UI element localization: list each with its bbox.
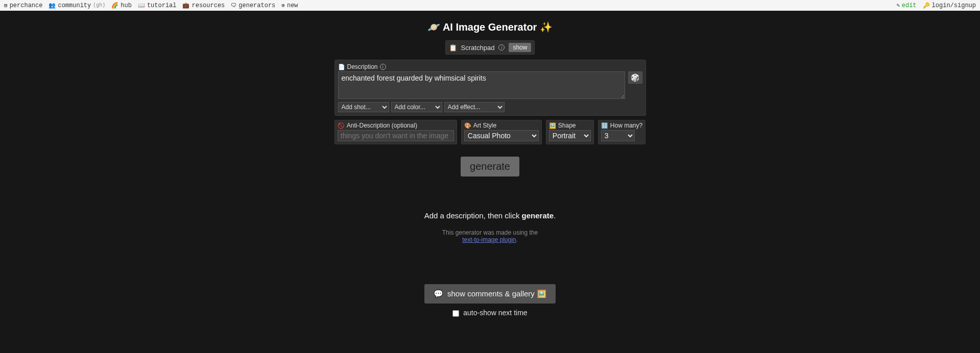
nav-hub[interactable]: 🌈hub [111,2,132,9]
chat-icon: 🗨 [231,2,236,9]
hint-text: Add a description, then click generate. [0,211,980,220]
show-comments-button[interactable]: 💬 show comments & gallery 🖼️ [424,284,556,304]
nav-perchance[interactable]: ⊞perchance [4,2,42,9]
nav-login[interactable]: 🔑login/signup [923,2,976,9]
scratchpad-label: Scratchpad [461,44,495,52]
scratchpad-show-button[interactable]: show [509,43,531,52]
briefcase-icon: 💼 [182,2,189,9]
autoshow-checkbox[interactable] [452,310,459,317]
info-icon[interactable]: i [380,64,386,70]
anti-description-block: 🚫Anti-Description (optional) [334,120,457,144]
generate-button[interactable]: generate [461,157,519,176]
shape-label: Shape [558,122,576,129]
no-icon: 🚫 [338,122,345,129]
main-area: 🪐 AI Image Generator ✨ 📋 Scratchpad i sh… [0,11,980,353]
add-color-select[interactable]: Add color... [391,102,442,112]
shape-select[interactable]: Portrait [549,130,591,141]
art-style-select[interactable]: Casual Photo [464,130,539,141]
page-title: 🪐 AI Image Generator ✨ [0,21,980,33]
nav-tutorial[interactable]: 📖tutorial [138,2,177,9]
rainbow-icon: 🌈 [111,2,118,9]
art-style-block: 🎨Art Style Casual Photo [461,120,542,144]
palette-icon: 🎨 [464,122,471,129]
nav-resources[interactable]: 💼resources [182,2,225,9]
nav-generators[interactable]: 🗨generators [231,2,275,9]
speech-icon: 💬 [434,289,443,298]
options-row: 🚫Anti-Description (optional) 🎨Art Style … [0,120,980,144]
count-label: How many? [610,122,642,129]
random-button[interactable]: 🎲 [628,71,642,84]
app-icon: ⊞ [4,2,8,9]
plugin-link[interactable]: text-to-image plugin [462,236,516,243]
description-block: 📄 Description i 🎲 Add shot... Add color.… [334,60,646,116]
number-icon: 🔢 [601,122,608,129]
made-with: This generator was made using the text-t… [0,229,980,243]
autoshow-row: auto-show next time [0,309,980,317]
book-icon: 📖 [138,2,145,9]
description-input[interactable] [338,71,625,99]
picture-icon: 🖼️ [549,122,556,129]
plus-icon: ⊕ [281,2,285,9]
pencil-icon: ✎ [896,2,900,9]
add-effect-select[interactable]: Add effect... [444,102,505,112]
anti-description-input[interactable] [338,130,454,141]
add-shot-select[interactable]: Add shot... [338,102,389,112]
scratchpad-bar: 📋 Scratchpad i show [445,40,535,55]
count-select[interactable]: 3 [601,130,635,141]
note-icon: 📋 [449,44,457,52]
key-icon: 🔑 [923,2,930,9]
info-icon[interactable]: i [498,44,505,51]
anti-label: Anti-Description (optional) [347,122,417,129]
art-style-label: Art Style [473,122,496,129]
count-block: 🔢How many? 3 [598,120,646,144]
description-label: Description [347,63,378,70]
dice-icon: 🎲 [631,73,639,82]
shape-block: 🖼️Shape Portrait [546,120,594,144]
people-icon: 👥 [49,2,56,9]
topbar: ⊞perchance 👥community(gh) 🌈hub 📖tutorial… [0,0,980,11]
nav-new[interactable]: ⊕new [281,2,298,9]
nav-edit[interactable]: ✎edit [896,2,916,9]
nav-community[interactable]: 👥community(gh) [49,2,105,9]
autoshow-label: auto-show next time [463,309,527,317]
page-icon: 📄 [338,64,345,70]
